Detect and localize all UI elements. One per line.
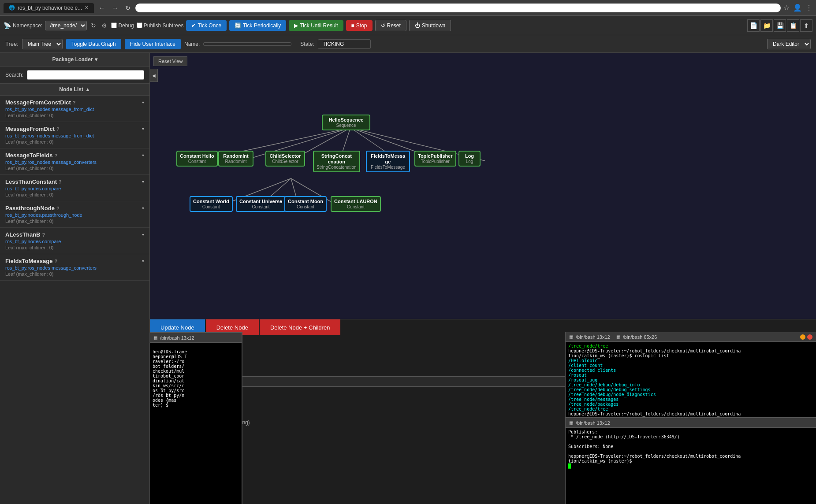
terminal-right-container: ▦ /bin/bash 13x12 ▦ /bin/bash 65x26 /tre… [565, 332, 816, 504]
expand-arrow-6[interactable]: ▾ [142, 259, 144, 263]
expand-arrow-0[interactable]: ▾ [142, 100, 144, 105]
terminal-bottom-right-titlebar: ▦ /bin/bash 13x12 [566, 418, 816, 428]
terminal-top-right[interactable]: ▦ /bin/bash 13x12 ▦ /bin/bash 65x26 /tre… [566, 332, 816, 418]
terminal-top-right-content: /tree_node/tree heppner@IDS-Traveler:~/r… [566, 342, 816, 417]
main-tree-select[interactable]: Main Tree [22, 39, 63, 49]
node-log[interactable]: Log Log [458, 151, 481, 167]
state-label: State: [300, 41, 314, 47]
refresh-namespace-button[interactable]: ↻ [89, 21, 97, 30]
node-name-5: ALessThanB ? [5, 231, 45, 238]
menu-icon[interactable]: ⋮ [805, 4, 812, 12]
terminal-close-button[interactable] [807, 334, 812, 340]
help-icon-6[interactable]: ? [54, 259, 57, 264]
terminal-bottom-right-content: Publishers: * /tree_node (http://IDS-Tra… [566, 428, 816, 504]
node-constant-universe[interactable]: Constant Universe Constant [236, 196, 286, 212]
stop-button[interactable]: ■ Stop [346, 20, 373, 31]
expand-arrow-4[interactable]: ▾ [142, 206, 144, 211]
save-as-button[interactable]: 📋 [787, 19, 799, 32]
node-path-3: ros_bt_py.nodes.compare [5, 186, 144, 191]
node-path-6: ros_bt_py.ros_nodes.message_converters [5, 265, 144, 271]
node-random-int[interactable]: RandomInt RandomInt [218, 151, 253, 167]
star-icon[interactable]: ☆ [783, 4, 790, 12]
reset-button[interactable]: ↺ Reset [375, 20, 406, 31]
node-constant-moon[interactable]: Constant Moon Constant [284, 196, 327, 212]
delete-node-children-button[interactable]: Delete Node + Children [260, 319, 341, 335]
save-button[interactable]: 💾 [774, 19, 786, 32]
state-value: TICKING [318, 39, 371, 49]
node-leaf-5: Leaf (max_children: 0) [5, 245, 144, 250]
tree-label: Tree: [5, 41, 19, 47]
node-fields-to-msg[interactable]: FieldsToMessage FieldsToMessage [366, 151, 410, 172]
reset-icon: ↺ [381, 22, 385, 29]
hide-ui-button[interactable]: Hide User Interface [125, 39, 181, 49]
expand-arrow-5[interactable]: ▾ [142, 232, 144, 237]
node-topic-publisher[interactable]: TopicPublisher TopicPublisher [414, 151, 456, 167]
browser-icons: ☆ 👤 ⋮ [783, 4, 812, 12]
publish-subtrees-label[interactable]: Publish Subtrees [137, 22, 184, 29]
tick-until-result-button[interactable]: ▶ Tick Until Result [289, 20, 343, 31]
help-icon-3[interactable]: ? [59, 179, 62, 185]
export-button[interactable]: ⬆ [800, 19, 812, 32]
name-value[interactable] [203, 42, 291, 46]
expand-arrow-3[interactable]: ▾ [142, 179, 144, 184]
terminal-left-content: her@IDS-Trave heppner@IDS-T raveler:~/ro… [150, 343, 242, 504]
main-layout: Package Loader ▾ Search: msgs Node List … [0, 53, 816, 504]
help-icon-5[interactable]: ? [42, 232, 45, 237]
user-icon[interactable]: 👤 [793, 4, 802, 12]
terminal-minimize-button[interactable] [800, 334, 805, 340]
refresh-button[interactable]: ↻ [123, 4, 133, 12]
terminal-left-titlebar: ▦ /bin/bash 13x12 [150, 333, 242, 343]
shutdown-button[interactable]: ⏻ Shutdown [409, 20, 451, 31]
search-row: Search: msgs [0, 67, 149, 84]
tick-once-button[interactable]: ✔ Tick Once [186, 20, 227, 31]
node-string-concat[interactable]: StringConcatenation StringConcatenation [313, 151, 360, 172]
search-input[interactable]: msgs [27, 70, 144, 80]
url-bar[interactable]: localhost:8085/ros_bt_py/editor.html [135, 4, 781, 12]
debug-checkbox[interactable] [111, 22, 117, 28]
list-item: MessageToFields ? ▾ ros_bt_py.ros_nodes.… [0, 148, 149, 175]
browser-tab[interactable]: 🌐 ros_bt_py behavior tree e... ✕ [4, 3, 94, 13]
open-folder-button[interactable]: 📁 [760, 19, 773, 32]
node-constant-lauron[interactable]: Constant LAURON Constant [331, 196, 381, 212]
help-icon-2[interactable]: ? [54, 153, 57, 158]
node-child-selector[interactable]: ChildSelector ChildSelector [265, 151, 305, 167]
toggle-data-graph-button[interactable]: Toggle Data Graph [66, 39, 121, 49]
help-icon-4[interactable]: ? [56, 206, 60, 211]
browser-bar: 🌐 ros_bt_py behavior tree e... ✕ ← → ↻ l… [0, 0, 816, 16]
node-constant-world[interactable]: Constant World Constant [190, 196, 233, 212]
node-path-5: ros_bt_py.nodes.compare [5, 239, 144, 244]
node-hello-sequence[interactable]: HelloSequence Sequence [322, 115, 370, 130]
help-icon-0[interactable]: ? [73, 100, 76, 105]
reset-view-button[interactable]: Reset View [153, 56, 187, 66]
node-name-2: MessageToFields ? [5, 152, 57, 159]
back-button[interactable]: ← [97, 4, 107, 12]
debug-checkbox-label[interactable]: Debug [111, 22, 134, 29]
tick-periodically-button[interactable]: 🔄 Tick Periodically [229, 20, 286, 31]
forward-button[interactable]: → [110, 4, 120, 12]
tick-once-icon: ✔ [191, 22, 196, 29]
shutdown-icon: ⏻ [415, 22, 420, 29]
node-name-6: FieldsToMessage ? [5, 258, 57, 264]
main-toolbar: 📡 Namespace: /tree_node/ ↻ ⚙ Debug Publi… [0, 16, 816, 35]
node-path-0: ros_bt_py.ros_nodes.message_from_dict [5, 107, 144, 112]
new-doc-button[interactable]: 📄 [747, 19, 760, 32]
sidebar-collapse-button[interactable]: ◀ [150, 69, 158, 82]
tab-close-icon[interactable]: ✕ [85, 5, 89, 11]
node-name-3: LessThanConstant ? [5, 178, 62, 185]
canvas-area: Reset View HelloSequence Seque [150, 53, 816, 504]
node-list-header[interactable]: Node List ▲ [0, 84, 149, 96]
help-icon-1[interactable]: ? [56, 126, 60, 132]
expand-arrow-1[interactable]: ▾ [142, 126, 144, 131]
publish-subtrees-checkbox[interactable] [137, 22, 142, 28]
terminal-left[interactable]: ▦ /bin/bash 13x12 her@IDS-Trave heppner@… [150, 332, 242, 504]
node-constant-hello[interactable]: Constant Hello Constant [176, 151, 218, 167]
editor-theme-select[interactable]: Dark Editor [767, 39, 811, 49]
settings-icon[interactable]: ⚙ [100, 21, 108, 30]
expand-arrow-2[interactable]: ▾ [142, 153, 144, 158]
namespace-select[interactable]: /tree_node/ [45, 21, 87, 30]
package-loader-header[interactable]: Package Loader ▾ [0, 53, 149, 67]
node-leaf-6: Leaf (max_children: 0) [5, 271, 144, 277]
node-leaf-3: Leaf (max_children: 0) [5, 192, 144, 197]
terminal-bottom-right[interactable]: ▦ /bin/bash 13x12 Publishers: * /tree_no… [566, 418, 816, 504]
list-item: MessageFromConstDict ? ▾ ros_bt_py.ros_n… [0, 96, 149, 122]
